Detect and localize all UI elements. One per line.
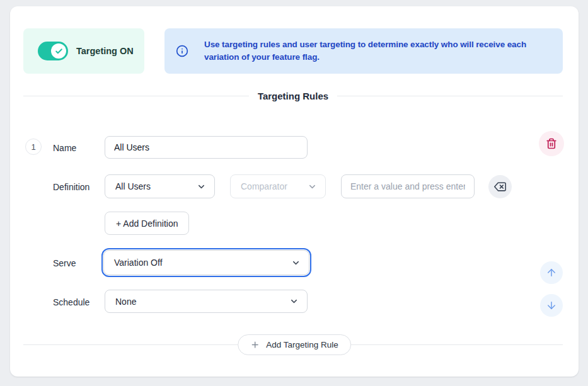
divider-line xyxy=(23,96,249,96)
serve-select-value: Variation Off xyxy=(114,258,163,268)
rule-number-badge: 1 xyxy=(25,139,42,155)
schedule-select-value: None xyxy=(115,297,136,307)
add-targeting-rule-label: Add Targeting Rule xyxy=(266,340,338,349)
name-label: Name xyxy=(53,143,103,153)
divider-line xyxy=(337,96,563,96)
schedule-select[interactable]: None xyxy=(105,290,308,313)
targeting-toggle-panel: Targeting ON xyxy=(23,28,144,74)
chevron-down-icon xyxy=(291,258,301,268)
rule-name-input[interactable] xyxy=(105,136,308,159)
targeting-rules-heading: Targeting Rules xyxy=(23,89,563,102)
definition-label: Definition xyxy=(53,182,103,192)
chevron-down-icon xyxy=(308,182,317,191)
chevron-down-icon xyxy=(197,182,206,191)
schedule-label: Schedule xyxy=(53,297,103,307)
serve-select[interactable]: Variation Off xyxy=(103,250,309,275)
backspace-icon xyxy=(494,181,506,193)
plus-icon xyxy=(250,340,260,349)
arrow-up-icon xyxy=(546,267,557,278)
info-icon xyxy=(176,45,188,57)
audience-select-value: All Users xyxy=(115,181,151,191)
info-banner-text: Use targeting rules and user targeting t… xyxy=(204,38,555,64)
check-icon xyxy=(55,47,63,55)
audience-select[interactable]: All Users xyxy=(105,174,215,198)
toggle-knob xyxy=(51,43,66,59)
targeting-toggle[interactable] xyxy=(38,42,68,60)
move-rule-down-button[interactable] xyxy=(540,294,563,317)
definition-value-input[interactable] xyxy=(341,174,475,198)
section-title: Targeting Rules xyxy=(249,91,337,101)
targeting-card: Targeting ON Use targeting rules and use… xyxy=(10,6,579,377)
comparator-select-placeholder: Comparator xyxy=(241,181,287,191)
comparator-select[interactable]: Comparator xyxy=(230,174,326,198)
arrow-down-icon xyxy=(546,300,557,311)
delete-rule-button[interactable] xyxy=(539,131,564,156)
targeting-toggle-label: Targeting ON xyxy=(76,46,134,56)
move-rule-up-button[interactable] xyxy=(540,261,563,284)
targeting-info-banner: Use targeting rules and user targeting t… xyxy=(164,28,563,74)
add-definition-button[interactable]: + Add Definition xyxy=(105,212,189,235)
serve-label: Serve xyxy=(53,258,103,268)
trash-icon xyxy=(546,138,557,149)
clear-definition-button[interactable] xyxy=(488,175,512,198)
chevron-down-icon xyxy=(289,297,299,306)
add-targeting-rule-button[interactable]: Add Targeting Rule xyxy=(238,334,351,355)
